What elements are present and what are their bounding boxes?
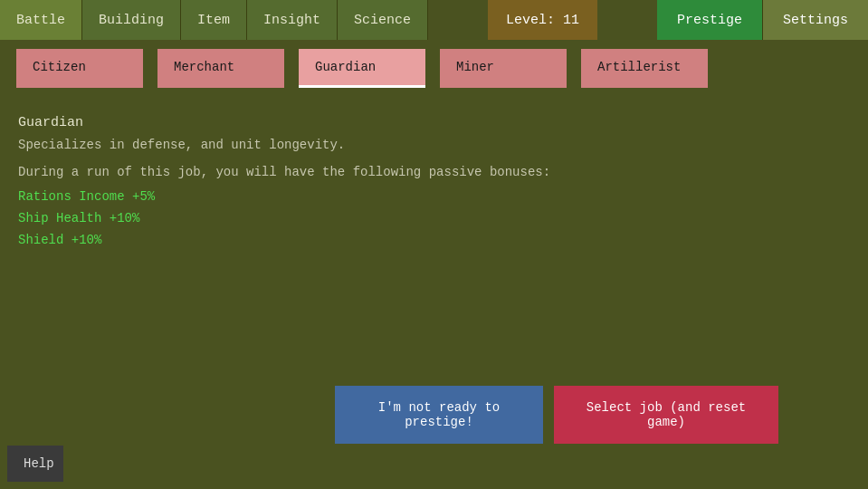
job-guardian[interactable]: Guardian [299, 49, 425, 88]
jobs-row: Citizen Merchant Guardian Miner Artiller… [0, 40, 868, 88]
action-buttons: I'm not ready to prestige! Select job (a… [335, 386, 778, 444]
help-button[interactable]: Help [7, 446, 63, 482]
job-merchant[interactable]: Merchant [157, 49, 284, 88]
bonus-rations: Rations Income +5% [18, 187, 850, 208]
job-artillerist[interactable]: Artillerist [581, 49, 708, 88]
tab-insight[interactable]: Insight [247, 0, 338, 40]
nav-spacer-right [597, 0, 657, 40]
job-miner[interactable]: Miner [440, 49, 567, 88]
job-citizen[interactable]: Citizen [16, 49, 143, 88]
selected-job-title: Guardian [18, 115, 850, 130]
passive-bonuses-header: During a run of this job, you will have … [18, 165, 850, 179]
tab-item[interactable]: Item [181, 0, 247, 40]
level-badge: Level: 11 [488, 0, 597, 40]
job-bonuses: Rations Income +5% Ship Health +10% Shie… [18, 187, 850, 251]
tab-science[interactable]: Science [338, 0, 428, 40]
bonus-shield: Shield +10% [18, 230, 850, 252]
tab-building[interactable]: Building [82, 0, 181, 40]
selected-job-description: Specializes in defense, and unit longevi… [18, 138, 850, 152]
settings-button[interactable]: Settings [762, 0, 868, 40]
bonus-ship-health: Ship Health +10% [18, 208, 850, 230]
not-ready-button[interactable]: I'm not ready to prestige! [335, 386, 543, 444]
nav-bar: Battle Building Item Insight Science Lev… [0, 0, 868, 40]
tab-battle[interactable]: Battle [0, 0, 82, 40]
nav-spacer-left [428, 0, 488, 40]
prestige-button[interactable]: Prestige [657, 0, 762, 40]
main-content: Guardian Specializes in defense, and uni… [0, 97, 868, 251]
select-job-button[interactable]: Select job (and reset game) [554, 386, 778, 444]
